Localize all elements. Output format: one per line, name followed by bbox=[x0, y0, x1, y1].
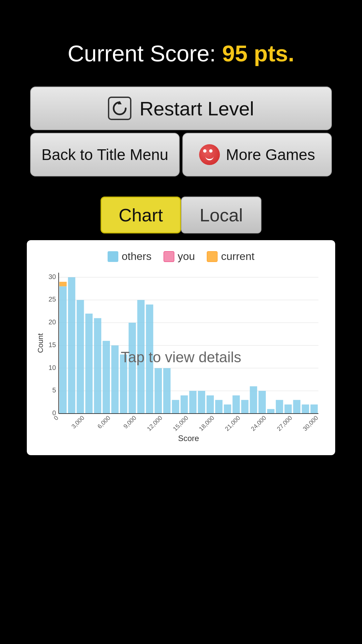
svg-text:6,000: 6,000 bbox=[96, 415, 112, 430]
more-games-label: More Games bbox=[226, 146, 315, 164]
restart-icon bbox=[108, 97, 131, 120]
svg-text:30: 30 bbox=[49, 273, 56, 280]
svg-rect-44 bbox=[302, 405, 309, 414]
others-label: others bbox=[122, 250, 152, 263]
others-swatch bbox=[108, 251, 118, 262]
legend-current: current bbox=[207, 250, 254, 263]
svg-text:Score: Score bbox=[178, 434, 199, 443]
restart-button[interactable]: Restart Level bbox=[30, 87, 332, 130]
svg-text:3,000: 3,000 bbox=[70, 415, 85, 430]
current-swatch bbox=[207, 251, 218, 262]
svg-rect-17 bbox=[68, 277, 75, 414]
svg-rect-23 bbox=[120, 355, 127, 414]
svg-rect-19 bbox=[85, 314, 93, 414]
svg-text:18,000: 18,000 bbox=[198, 415, 216, 432]
you-label: you bbox=[178, 250, 195, 263]
legend-you: you bbox=[164, 250, 195, 263]
restart-label: Restart Level bbox=[139, 97, 254, 120]
svg-rect-35 bbox=[224, 405, 231, 414]
svg-rect-29 bbox=[172, 400, 179, 414]
chart-svg: 05101520253003,0006,0009,00012,00015,000… bbox=[34, 269, 328, 445]
svg-text:25: 25 bbox=[49, 296, 56, 303]
svg-rect-43 bbox=[293, 400, 301, 414]
svg-rect-18 bbox=[77, 300, 84, 414]
svg-text:20: 20 bbox=[49, 318, 56, 326]
chart-legend: others you current bbox=[34, 250, 328, 263]
svg-rect-27 bbox=[155, 368, 162, 414]
tab-row: Chart Local bbox=[87, 197, 275, 233]
svg-rect-26 bbox=[146, 305, 153, 414]
svg-text:10: 10 bbox=[49, 364, 56, 371]
score-label: Current Score: bbox=[68, 41, 216, 66]
svg-rect-15 bbox=[59, 286, 67, 414]
svg-text:30,000: 30,000 bbox=[302, 415, 319, 432]
svg-text:24,000: 24,000 bbox=[250, 415, 267, 432]
svg-rect-16 bbox=[59, 282, 67, 286]
tab-chart-label: Chart bbox=[119, 205, 163, 225]
svg-rect-37 bbox=[241, 400, 249, 414]
svg-text:9,000: 9,000 bbox=[122, 415, 137, 430]
svg-rect-31 bbox=[189, 391, 197, 414]
svg-rect-33 bbox=[206, 395, 214, 414]
tab-chart[interactable]: Chart bbox=[101, 197, 181, 233]
svg-rect-28 bbox=[163, 368, 171, 414]
svg-text:0: 0 bbox=[53, 415, 60, 422]
svg-rect-34 bbox=[215, 400, 223, 414]
svg-rect-36 bbox=[233, 395, 240, 414]
svg-rect-42 bbox=[285, 405, 292, 414]
svg-rect-30 bbox=[181, 395, 188, 414]
svg-text:15,000: 15,000 bbox=[172, 415, 189, 432]
svg-rect-39 bbox=[258, 391, 266, 414]
tab-local-label: Local bbox=[199, 205, 243, 225]
chart-area: Tap to view details 05101520253003,0006,… bbox=[34, 269, 328, 445]
svg-rect-21 bbox=[103, 341, 110, 414]
svg-rect-24 bbox=[129, 323, 136, 414]
svg-rect-25 bbox=[137, 300, 145, 414]
svg-text:Count: Count bbox=[36, 333, 45, 353]
current-label: current bbox=[221, 250, 254, 263]
svg-text:15: 15 bbox=[49, 341, 56, 348]
back-label: Back to Title Menu bbox=[42, 146, 168, 164]
you-swatch bbox=[164, 251, 174, 262]
back-to-title-button[interactable]: Back to Title Menu bbox=[30, 133, 180, 176]
svg-rect-41 bbox=[276, 400, 283, 414]
secondary-buttons-row: Back to Title Menu More Games bbox=[30, 133, 332, 176]
svg-text:12,000: 12,000 bbox=[146, 415, 164, 432]
svg-text:5: 5 bbox=[52, 386, 56, 394]
svg-text:21,000: 21,000 bbox=[224, 415, 241, 432]
legend-others: others bbox=[108, 250, 152, 263]
chart-container[interactable]: others you current Tap to view details 0… bbox=[27, 240, 335, 455]
svg-rect-45 bbox=[310, 405, 318, 414]
tab-local[interactable]: Local bbox=[181, 197, 261, 233]
score-display: Current Score: 95 pts. bbox=[68, 40, 295, 66]
svg-text:27,000: 27,000 bbox=[276, 415, 293, 432]
more-games-button[interactable]: More Games bbox=[182, 133, 332, 176]
svg-rect-22 bbox=[111, 345, 119, 414]
svg-rect-40 bbox=[267, 409, 275, 414]
score-value: 95 pts. bbox=[222, 41, 294, 66]
svg-rect-20 bbox=[94, 318, 101, 414]
svg-rect-38 bbox=[250, 386, 257, 414]
smiley-icon bbox=[199, 144, 220, 165]
svg-rect-32 bbox=[198, 391, 205, 414]
buttons-container: Restart Level Back to Title Menu More Ga… bbox=[30, 87, 332, 176]
